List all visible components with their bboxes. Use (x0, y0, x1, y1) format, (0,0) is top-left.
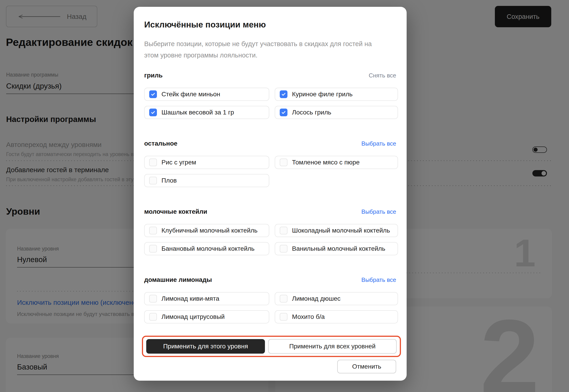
apply-this-level-label: Применить для этого уровня (163, 343, 248, 350)
menu-section-4: домашние лимонадыВыбрать всеЛимонад киви… (144, 276, 396, 323)
menu-item-label: Шашлык весовой за 1 гр (162, 109, 234, 116)
checkbox-checked[interactable] (149, 90, 157, 98)
checkbox-unchecked[interactable] (280, 227, 287, 234)
checkbox-unchecked[interactable] (149, 177, 157, 184)
menu-item-label: Банановый молочный коктейль (162, 245, 255, 252)
menu-item-option[interactable]: Шоколадный молочный коктейль (275, 224, 398, 237)
checkbox-unchecked[interactable] (149, 158, 157, 166)
checkbox-checked[interactable] (149, 109, 157, 116)
menu-item-label: Клубничный молочный коктейль (162, 227, 257, 234)
menu-section-1: грильСнять всеСтейк филе миньонКуриное ф… (144, 72, 396, 119)
cancel-button[interactable]: Отменить (337, 360, 396, 373)
menu-item-label: Лимонад цитрусовый (162, 313, 225, 321)
menu-item-option[interactable]: Клубничный молочный коктейль (144, 224, 269, 237)
section-items-grid: Стейк филе миньонКуриное филе грильШашлы… (144, 88, 396, 119)
checkbox-unchecked[interactable] (280, 313, 287, 321)
excluded-items-modal: Исключённые позиции меню Выберите позици… (134, 7, 407, 381)
apply-all-levels-button[interactable]: Применить для всех уровней (268, 339, 397, 354)
menu-sections: грильСнять всеСтейк филе миньонКуриное ф… (144, 72, 396, 323)
select-all-link[interactable]: Выбрать все (361, 208, 396, 215)
checkbox-unchecked[interactable] (149, 245, 157, 252)
modal-description: Выберите позиции, которые не будут участ… (144, 38, 396, 61)
checkbox-unchecked[interactable] (149, 313, 157, 321)
menu-item-label: Ванильный молочный коктейль (292, 245, 385, 252)
menu-item-label: Шоколадный молочный коктейль (292, 227, 390, 234)
menu-item-label: Лимонад дюшес (292, 295, 341, 302)
annotation-highlight: Применить для этого уровня Применить для… (142, 336, 401, 357)
modal-description-line2: этом уровне программы лояльности. (144, 50, 396, 61)
checkbox-unchecked[interactable] (149, 227, 157, 234)
cancel-button-label: Отменить (352, 363, 381, 370)
section-header: грильСнять все (144, 72, 396, 79)
menu-item-option[interactable]: Шашлык весовой за 1 гр (144, 106, 269, 119)
select-all-link[interactable]: Выбрать все (361, 276, 396, 283)
menu-item-option[interactable]: Лимонад киви-мята (144, 292, 269, 305)
menu-item-label: Томленое мясо с пюре (292, 159, 359, 166)
menu-item-option[interactable]: Мохито б/а (275, 310, 398, 323)
section-header: молочные коктейлиВыбрать все (144, 208, 396, 215)
menu-item-option[interactable]: Банановый молочный коктейль (144, 242, 269, 255)
menu-item-label: Рис с угрем (162, 159, 196, 166)
menu-item-option[interactable]: Томленое мясо с пюре (275, 156, 398, 169)
checkbox-checked[interactable] (280, 90, 287, 98)
section-title: молочные коктейли (144, 208, 207, 215)
menu-item-option[interactable]: Стейк филе миньон (144, 88, 269, 101)
section-header: остальноеВыбрать все (144, 140, 396, 147)
modal-footer: Отменить (144, 360, 396, 373)
checkbox-checked[interactable] (280, 109, 287, 116)
menu-item-label: Мохито б/а (292, 313, 325, 321)
checkbox-unchecked[interactable] (280, 158, 287, 166)
menu-item-option[interactable]: Плов (144, 174, 269, 187)
menu-item-label: Плов (162, 177, 177, 184)
section-title: гриль (144, 72, 163, 79)
menu-item-label: Куриное филе гриль (292, 91, 353, 98)
menu-item-option[interactable]: Куриное филе гриль (275, 88, 398, 101)
checkbox-unchecked[interactable] (280, 295, 287, 303)
modal-title: Исключённые позиции меню (144, 20, 396, 29)
menu-item-option[interactable]: Рис с угрем (144, 156, 269, 169)
menu-item-label: Лосось гриль (292, 109, 331, 116)
modal-description-line1: Выберите позиции, которые не будут участ… (144, 38, 396, 50)
select-all-link[interactable]: Выбрать все (361, 140, 396, 147)
menu-item-option[interactable]: Лимонад цитрусовый (144, 310, 269, 323)
section-items-grid: Клубничный молочный коктейльШоколадный м… (144, 224, 396, 255)
section-title: остальное (144, 140, 177, 147)
section-items-grid: Рис с угремТомленое мясо с пюреПлов (144, 156, 396, 187)
apply-all-levels-label: Применить для всех уровней (289, 343, 376, 350)
section-items-grid: Лимонад киви-мятаЛимонад дюшесЛимонад ци… (144, 292, 396, 323)
menu-item-option[interactable]: Ванильный молочный коктейль (275, 242, 398, 255)
menu-section-2: остальноеВыбрать всеРис с угремТомленое … (144, 140, 396, 187)
menu-item-option[interactable]: Лимонад дюшес (275, 292, 398, 305)
menu-item-label: Стейк филе миньон (162, 91, 220, 98)
checkbox-unchecked[interactable] (149, 295, 157, 303)
deselect-all-link[interactable]: Снять все (369, 72, 396, 79)
section-title: домашние лимонады (144, 276, 212, 283)
menu-section-3: молочные коктейлиВыбрать всеКлубничный м… (144, 208, 396, 255)
section-header: домашние лимонадыВыбрать все (144, 276, 396, 283)
app-screen: Назад Сохранить Редактирование скидок На… (0, 0, 569, 392)
menu-item-option[interactable]: Лосось гриль (275, 106, 398, 119)
menu-item-label: Лимонад киви-мята (162, 295, 219, 302)
apply-this-level-button[interactable]: Применить для этого уровня (146, 339, 265, 354)
checkbox-unchecked[interactable] (280, 245, 287, 252)
